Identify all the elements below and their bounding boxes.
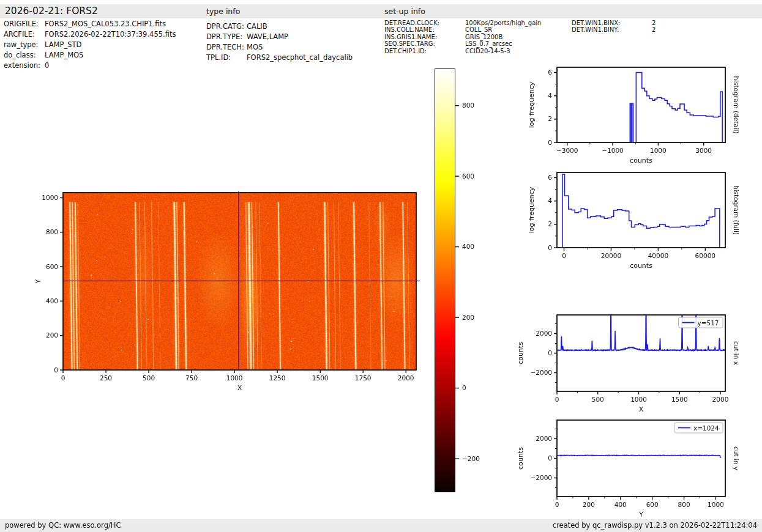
plot-frame <box>557 67 725 142</box>
x-tick-label: 1500 <box>312 374 329 382</box>
meta-label: DET.READ.CLOCK: <box>384 20 465 26</box>
y-tick-label: −2000 <box>530 369 552 376</box>
meta-label: DPR.TECH: <box>206 42 247 53</box>
colorbar-tick-label: 400 <box>462 243 474 250</box>
type-info-heading: type info <box>206 4 240 18</box>
right-axis-label: histogram (full) <box>733 185 740 235</box>
histogram-full-plot: 02000040000600000246countslog frequencyh… <box>528 172 740 270</box>
histogram-full-plot-curve <box>558 174 720 248</box>
colorbar-tick-label: 200 <box>462 314 474 321</box>
y-tick-label: 0 <box>548 454 552 462</box>
meta-value: LSS_0.7_arcsec <box>465 40 512 47</box>
x-axis-label: X <box>237 384 242 392</box>
y-tick-label: 6 <box>548 68 552 76</box>
meta-row: SEQ.SPEC.TARG:LSS_0.7_arcsec <box>384 40 541 47</box>
x-axis-label: Y <box>638 511 643 519</box>
legend-box <box>674 423 723 433</box>
file-info-block: ORIGFILE:FORS2_MOS_CAL053.23.CHIP1.fits … <box>4 19 176 71</box>
qc-report-page: { "header": { "title": "2026-02-21: FORS… <box>0 0 762 532</box>
y-axis-label: log frequency <box>528 81 536 128</box>
meta-row: DPR.TYPE:WAVE,LAMP <box>206 32 353 42</box>
meta-row: DET.READ.CLOCK:100Kps/2ports/high_gain <box>384 20 541 26</box>
legend-label: y=517 <box>698 319 719 327</box>
meta-label: raw_type: <box>4 40 45 50</box>
y-tick-label: 2000 <box>536 435 552 442</box>
meta-label: DPR.TYPE: <box>206 32 247 42</box>
legend-box <box>679 317 723 328</box>
x-tick-label: 60000 <box>695 252 715 259</box>
meta-value: CCID20-14-5-3 <box>465 48 510 54</box>
x-tick-label: 800 <box>678 501 690 508</box>
y-tick-label: 2 <box>548 115 552 122</box>
meta-value: FORS2.2026-02-22T10:37:39.455.fits <box>45 30 176 39</box>
x-axis-label: X <box>639 405 644 413</box>
colorbar-tick-label: 0 <box>462 384 466 391</box>
meta-label: DET.CHIP1.ID: <box>384 48 465 54</box>
cut-in-y-plot: 02004006008001000−200002000Ycountscut in… <box>517 420 740 519</box>
x-tick-label: 1500 <box>671 396 688 403</box>
meta-value: FORS2_MOS_CAL053.23.CHIP1.fits <box>45 20 166 28</box>
meta-label: TPL.ID: <box>206 53 247 63</box>
meta-row: DPR.TECH:MOS <box>206 42 353 53</box>
x-tick-label: 1750 <box>355 374 372 382</box>
meta-value: MOS <box>247 43 263 51</box>
x-tick-label: 200 <box>583 501 595 508</box>
x-tick-label: 750 <box>185 374 198 382</box>
setup-info-heading: set-up info <box>384 4 425 18</box>
y-tick-label: 0 <box>54 366 58 374</box>
page-title: 2026-02-21: FORS2 <box>5 4 98 18</box>
right-axis-label: cut in y <box>733 446 740 470</box>
y-tick-label: 800 <box>46 228 58 235</box>
x-tick-label: −1000 <box>602 147 624 154</box>
setup-info-block: DET.READ.CLOCK:100Kps/2ports/high_gain I… <box>384 20 541 54</box>
meta-row: DET.WIN1.BINX:2 <box>572 20 656 26</box>
plot-frame <box>557 172 725 248</box>
y-axis-label: Y <box>34 279 42 284</box>
y-tick-label: 600 <box>46 263 58 270</box>
x-tick-label: 500 <box>592 396 604 403</box>
meta-value: FORS2_specphot_cal_daycalib <box>247 53 353 62</box>
x-tick-label: 2000 <box>712 396 729 403</box>
meta-value: 2 <box>652 20 656 26</box>
x-tick-label: 3000 <box>695 147 712 154</box>
x-tick-label: 600 <box>646 501 659 508</box>
plot-frame <box>557 420 725 497</box>
meta-value: CALIB <box>247 22 267 31</box>
y-tick-label: 6 <box>548 174 552 181</box>
colorbar <box>435 68 455 492</box>
cut-in-x-plot: 0500100015002000−200002000Xcountscut in … <box>517 295 740 413</box>
detector-window-block: DET.WIN1.BINX:2 DET.WIN1.BINY:2 <box>572 20 656 34</box>
meta-label: do_class: <box>4 50 45 61</box>
meta-row: INS.GRIS1.NAME:GRIS_1200B <box>384 34 541 40</box>
header-bar <box>0 4 762 18</box>
legend-label: x=1024 <box>693 424 719 432</box>
y-tick-label: 2 <box>548 220 552 227</box>
x-tick-label: 500 <box>143 374 155 382</box>
meta-row: raw_type:LAMP_STD <box>4 40 176 50</box>
y-tick-label: 0 <box>548 139 552 146</box>
meta-row: INS.COLL.NAME:COLL_SR <box>384 26 541 33</box>
x-tick-label: 0 <box>555 396 559 403</box>
meta-label: SEQ.SPEC.TARG: <box>384 40 465 47</box>
meta-value: 2 <box>652 26 656 33</box>
right-axis-label: cut in x <box>733 341 740 365</box>
y-axis-label: counts <box>517 447 525 470</box>
colorbar-ticks: 8006004002000−200 <box>455 102 480 462</box>
meta-value: LAMP_MOS <box>45 51 83 59</box>
meta-value: WAVE,LAMP <box>247 32 288 41</box>
meta-row: extension:0 <box>4 61 176 71</box>
x-tick-label: 1000 <box>708 501 724 508</box>
meta-row: do_class:LAMP_MOS <box>4 50 176 61</box>
y-tick-label: 1000 <box>42 194 58 201</box>
meta-row: DPR.CATG:CALIB <box>206 21 353 32</box>
meta-value: 0 <box>45 61 49 70</box>
colorbar-tick-label: 800 <box>462 102 474 109</box>
x-tick-label: 1000 <box>630 396 647 403</box>
colorbar-tick-label: 600 <box>462 172 474 180</box>
x-tick-label: 0 <box>562 252 566 259</box>
meta-row: TPL.ID:FORS2_specphot_cal_daycalib <box>206 53 353 63</box>
meta-row: DET.CHIP1.ID:CCID20-14-5-3 <box>384 48 541 54</box>
footer-created-by: created by qc_rawdisp.py v1.2.3 on 2026-… <box>553 519 757 532</box>
meta-value: GRIS_1200B <box>465 34 502 40</box>
histogram-detail-plot: −3000−1000100030000246countslog frequenc… <box>528 67 740 164</box>
